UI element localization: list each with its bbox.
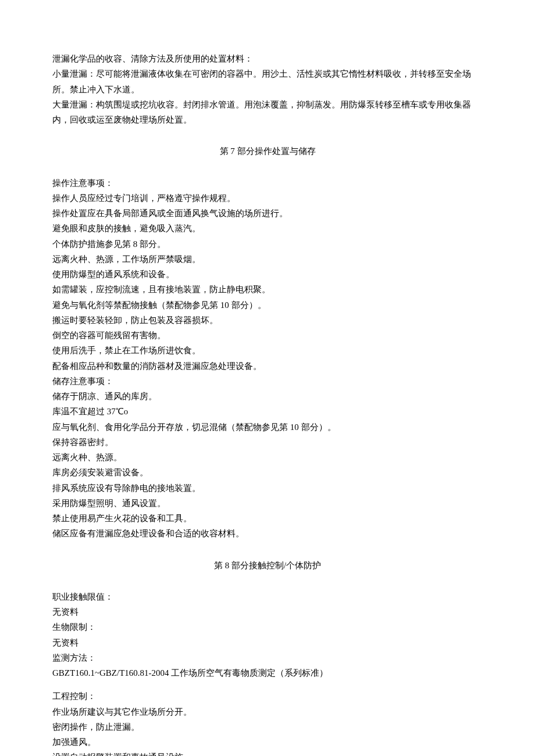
sec7-ops-item: 操作人员应经过专门培训，严格遵守操作规程。 [52, 191, 483, 206]
section8-heading: 第 8 部分接触控制/个体防护 [52, 558, 483, 573]
sec8-monitor-label: 监测方法： [52, 650, 483, 665]
sec7-storage-item: 应与氧化剂、食用化学品分开存放，切忌混储（禁配物参见第 10 部分）。 [52, 420, 483, 435]
sec8-eng-item: 密闭操作，防止泄漏。 [52, 719, 483, 734]
sec8-bio-value: 无资料 [52, 635, 483, 650]
sec8-eng-item: 加强通风。 [52, 734, 483, 750]
sec7-ops-item: 个体防护措施参见第 8 部分。 [52, 237, 483, 252]
sec8-monitor-value: GBZT160.1~GBZ/T160.81-2004 工作场所空气有毒物质测定（… [52, 665, 483, 680]
sec7-storage-item: 禁止使用易产生火花的设备和工具。 [52, 511, 483, 526]
sec7-ops-item: 操作处置应在具备局部通风或全面通风换气设施的场所进行。 [52, 206, 483, 221]
sec7-storage-item: 储区应备有泄漏应急处理设备和合适的收容材料。 [52, 526, 483, 541]
sec7-ops-item: 远离火种、热源，工作场所严禁吸烟。 [52, 252, 483, 267]
sec6-small-spill: 小量泄漏：尽可能将泄漏液体收集在可密闭的容器中。用沙土、活性炭或其它惰性材料吸收… [52, 66, 483, 97]
sec6-large-spill: 大量泄漏：构筑围堤或挖坑收容。封闭排水管道。用泡沫覆盖，抑制蒸发。用防爆泵转移至… [52, 97, 483, 128]
sec8-oel-label: 职业接触限值： [52, 589, 483, 604]
sec7-ops-item: 避免与氧化剂等禁配物接触（禁配物参见第 10 部分）。 [52, 298, 483, 313]
sec7-ops-item: 搬运时要轻装轻卸，防止包装及容器损坏。 [52, 313, 483, 328]
sec8-oel-value: 无资料 [52, 604, 483, 619]
sec7-storage-label: 储存注意事项： [52, 374, 483, 389]
sec7-storage-item: 库温不宜超过 37℃o [52, 404, 483, 419]
sec8-bio-label: 生物限制： [52, 619, 483, 635]
sec7-storage-item: 储存于阴凉、通风的库房。 [52, 389, 483, 404]
sec7-storage-item: 远离火种、热源。 [52, 450, 483, 465]
sec7-ops-item: 如需罐装，应控制流速，且有接地装置，防止静电积聚。 [52, 282, 483, 297]
section7-heading: 第 7 部分操作处置与储存 [52, 144, 483, 159]
sec7-storage-item: 采用防爆型照明、通风设置。 [52, 496, 483, 511]
sec7-ops-item: 倒空的容器可能残留有害物。 [52, 328, 483, 343]
sec7-ops-item: 使用后洗手，禁止在工作场所进饮食。 [52, 343, 483, 358]
sec8-eng-item: 作业场所建议与其它作业场所分开。 [52, 704, 483, 719]
sec7-storage-item: 排风系统应设有导除静电的接地装置。 [52, 481, 483, 496]
sec7-ops-item: 配备相应品种和数量的消防器材及泄漏应急处理设备。 [52, 359, 483, 374]
sec7-ops-label: 操作注意事项： [52, 175, 483, 191]
sec7-ops-item: 使用防爆型的通风系统和设备。 [52, 267, 483, 282]
sec7-storage-item: 库房必须安装避雷设备。 [52, 465, 483, 480]
sec8-eng-item: 设置自动报警装置和事故通风设施。 [52, 750, 483, 756]
sec8-eng-label: 工程控制： [52, 689, 483, 704]
sec7-storage-item: 保持容器密封。 [52, 435, 483, 450]
sec6-spill-materials-label: 泄漏化学品的收容、清除方法及所使用的处置材料： [52, 51, 483, 66]
sec7-ops-item: 避免眼和皮肤的接触，避免吸入蒸汽。 [52, 221, 483, 236]
